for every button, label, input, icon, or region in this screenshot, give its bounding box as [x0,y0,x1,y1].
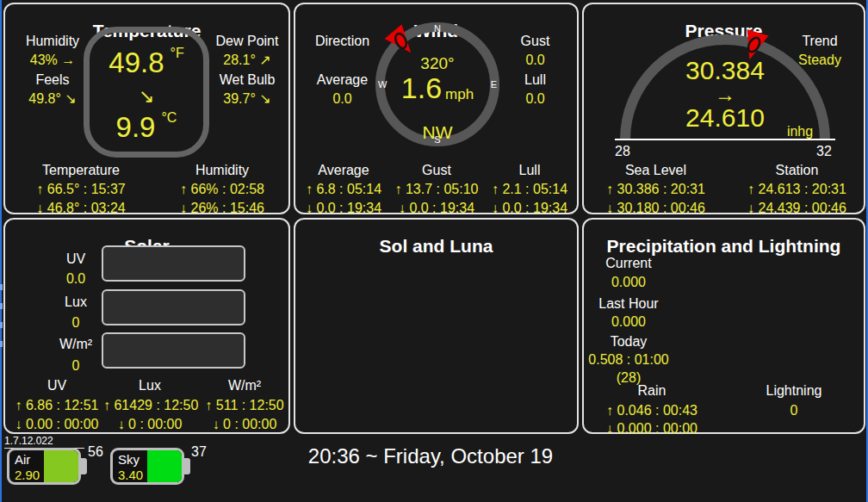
edge-tick [0,303,3,309]
celsius-unit: °C [161,111,177,125]
wm2-stats-header: W/m² [198,377,291,394]
wind-direction-pointer-icon [367,14,508,155]
sky-battery-nub [184,458,190,474]
temperature-dial: 49.8 °F ↘ 9.9 °C [84,27,209,158]
humidity-label: Humidity [9,33,96,50]
sky-battery-value: 37 [191,444,207,460]
sea-level-min: ↓ 30.180 : 00:46 [589,200,722,217]
station-min: ↓ 24.439 : 00:46 [730,200,864,217]
lull-max: ↑ 2.1 : 05:14 [483,181,576,198]
lux-max: ↑ 61429 : 12:50 [103,397,196,414]
wm2-max: ↑ 511 : 12:50 [198,397,291,414]
air-battery-label: Air [15,452,30,467]
air-battery-voltage: 2.90 [15,468,40,482]
uv-bar [102,245,245,282]
last-hour-value: 0.000 [585,313,673,331]
uv-stats-header: UV [10,377,103,394]
pressure-pointer-icon [610,24,840,145]
air-battery-fill [44,450,78,482]
lull-min: ↓ 0.0 : 19:34 [483,200,576,217]
edge-tick [0,322,3,328]
current-value: 0.000 [585,274,673,291]
lull-stats-header: Lull [483,162,576,179]
humidity-value: 43% → [9,52,96,69]
lux-bar [102,289,245,325]
air-battery-value: 56 [88,444,103,460]
humidity-stats-header: Humidity [153,162,291,179]
dewpoint-label: Dew Point [204,33,290,50]
window-edge-left [0,0,2,502]
uv-max: ↑ 6.86 : 12:51 [10,397,103,414]
scale-max-label: 32 [811,143,837,160]
today-label: Today [585,333,673,350]
lux-stats-header: Lux [103,377,196,394]
wm2-bar [102,332,245,369]
wind-panel[interactable]: Wind Direction Average 0.0 Gust 0.0 Lull… [294,3,579,214]
scale-min-label: 28 [610,143,636,160]
feels-label: Feels [9,71,96,89]
rain-min: ↓ 0.000 : 00:00 [584,420,720,437]
edge-tick [0,284,3,290]
sol-luna-panel[interactable]: Sol and Luna [294,218,579,434]
humidity-min: ↓ 26% : 15:46 [153,200,291,217]
temp-max: ↑ 66.5° : 15:37 [10,181,152,198]
pressure-panel[interactable]: Pressure 30.384 → 24.610 inhg 28 32 Tren… [582,3,865,214]
temp-trend-arrow-icon: ↘ [90,87,203,106]
avg-max: ↑ 6.8 : 05:14 [297,181,390,198]
humidity-max: ↑ 66% : 02:58 [153,181,291,198]
wetbulb-label: Wet Bulb [204,71,290,89]
gust-max: ↑ 13.7 : 05:10 [390,181,483,198]
avg-min: ↓ 0.0 : 19:34 [297,200,390,217]
today-value: 0.508 : 01:00 [585,351,673,369]
app-version: 1.7.12.022 [4,435,84,449]
temperature-panel[interactable]: Temperature Humidity 43% → Feels 49.8° ↘… [3,3,290,214]
uv-min: ↓ 0.00 : 00:00 [10,416,103,433]
temp-stats-header: Temperature [10,162,152,179]
solar-panel[interactable]: Solar UV 0.0 Lux 0 W/m² 0 UV ↑ 6.86 : 12… [3,218,290,434]
edge-tick [0,341,3,347]
air-battery-nub [81,458,87,474]
air-battery-icon: Air 2.90 [7,448,81,485]
wetbulb-value: 39.7° ↘ [204,90,290,108]
avg-stats-header: Average [297,162,390,179]
current-label: Current [585,255,673,272]
last-hour-label: Last Hour [585,295,673,313]
sky-battery-label: Sky [118,452,140,467]
fahrenheit-unit: °F [170,46,184,60]
wm2-min: ↓ 0 : 00:00 [198,416,291,433]
rain-stats-header: Rain [584,382,720,400]
sky-battery-voltage: 3.40 [118,468,143,482]
gust-min: ↓ 0.0 : 19:34 [390,200,483,217]
precipitation-panel[interactable]: Precipitation and Lightning Current 0.00… [582,218,865,434]
gust-stats-header: Gust [390,162,483,179]
temp-min: ↓ 46.8° : 03:24 [10,200,152,217]
rain-max: ↑ 0.046 : 00:43 [584,402,720,419]
sky-battery-icon: Sky 3.40 [110,448,184,485]
sea-level-max: ↑ 30.386 : 20:31 [589,181,722,198]
sky-battery-fill [147,450,182,482]
station-stats-header: Station [730,162,864,179]
sol-luna-title: Sol and Luna [295,236,577,257]
temp-fahrenheit: 49.8 [108,48,164,77]
lux-min: ↓ 0 : 00:00 [103,416,196,433]
lightning-value: 0 [727,402,861,419]
temp-celsius: 9.9 [116,113,156,141]
station-max: ↑ 24.613 : 20:31 [730,181,864,198]
lightning-stats-header: Lightning [727,382,861,400]
weather-dashboard: Temperature Humidity 43% → Feels 49.8° ↘… [0,0,868,502]
clock-date-display: 20:36 ~ Friday, October 19 [284,444,577,468]
dewpoint-value: 28.1° ↗ [204,52,290,69]
precipitation-title: Precipitation and Lightning [584,236,864,257]
sea-level-stats-header: Sea Level [589,162,722,179]
feels-value: 49.8° ↘ [9,90,96,108]
